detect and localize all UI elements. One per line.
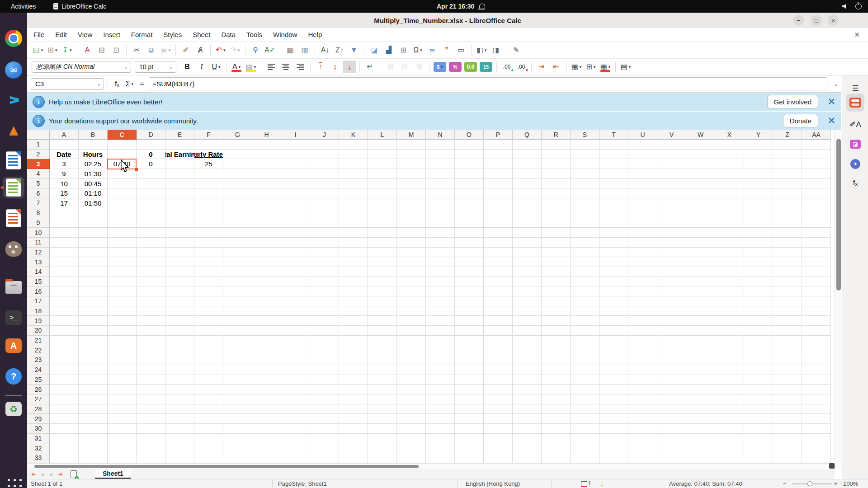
cell-h9[interactable]	[252, 218, 281, 228]
cell-k26[interactable]	[339, 385, 368, 394]
cell-d9[interactable]	[137, 218, 165, 228]
cell-b8[interactable]	[79, 208, 108, 218]
cell-e6[interactable]	[165, 188, 194, 198]
cell-h25[interactable]	[252, 375, 281, 385]
export-pdf-icon[interactable]: A	[80, 44, 94, 56]
cell-z22[interactable]	[773, 345, 802, 355]
cell-q11[interactable]	[513, 238, 542, 248]
cell-e13[interactable]	[165, 257, 194, 267]
align-right-icon[interactable]	[293, 61, 307, 73]
cell-v12[interactable]	[657, 248, 686, 258]
cell-l32[interactable]	[368, 443, 397, 453]
cell-m7[interactable]	[397, 198, 426, 208]
cell-r20[interactable]	[542, 326, 571, 336]
row-header-28[interactable]: 28	[27, 404, 50, 414]
cell-f18[interactable]	[194, 306, 223, 316]
cell-f30[interactable]	[194, 424, 223, 434]
cell-h5[interactable]	[252, 179, 281, 189]
cell-a18[interactable]	[50, 306, 79, 316]
function-wizard-button[interactable]: fₓ	[115, 80, 119, 88]
cell-u12[interactable]	[628, 248, 657, 258]
cell-aa6[interactable]	[802, 188, 831, 198]
cell-u23[interactable]	[628, 355, 657, 365]
cell-f31[interactable]	[194, 434, 223, 444]
cell-i11[interactable]	[281, 238, 310, 248]
cell-j19[interactable]	[310, 316, 339, 326]
cell-s18[interactable]	[571, 306, 599, 316]
cell-u26[interactable]	[628, 385, 657, 394]
cell-o21[interactable]	[455, 336, 484, 346]
row-header-21[interactable]: 21	[27, 336, 50, 346]
cell-b32[interactable]	[79, 443, 108, 453]
insert-chart-icon[interactable]: ▟	[382, 44, 396, 56]
cell-aa27[interactable]	[802, 394, 831, 404]
cell-d2[interactable]: 0	[137, 150, 165, 160]
cell-i9[interactable]	[281, 218, 310, 228]
cell-k2[interactable]	[339, 150, 368, 160]
cell-z23[interactable]	[773, 355, 802, 365]
sidebar-styles-deck[interactable]: ✐A	[846, 115, 864, 133]
cell-y11[interactable]	[744, 238, 773, 248]
close-document-icon[interactable]: ✕	[854, 31, 860, 39]
cell-b1[interactable]	[79, 140, 108, 150]
cell-k18[interactable]	[339, 306, 368, 316]
cell-j25[interactable]	[310, 375, 339, 385]
cell-w33[interactable]	[686, 453, 715, 463]
cell-u33[interactable]	[628, 453, 657, 463]
cell-u18[interactable]	[628, 306, 657, 316]
cell-g16[interactable]	[223, 286, 252, 296]
cell-v16[interactable]	[657, 286, 686, 296]
cell-u3[interactable]	[628, 159, 657, 169]
row-header-15[interactable]: 15	[27, 277, 50, 287]
cell-d12[interactable]	[137, 248, 165, 258]
cell-w29[interactable]	[686, 414, 715, 424]
cell-g10[interactable]	[223, 228, 252, 238]
cell-n22[interactable]	[426, 345, 455, 355]
cell-f4[interactable]	[194, 169, 223, 179]
cell-g28[interactable]	[223, 404, 252, 414]
cell-n26[interactable]	[426, 385, 455, 394]
cell-t21[interactable]	[599, 336, 628, 346]
cell-n10[interactable]	[426, 228, 455, 238]
cell-b24[interactable]	[79, 365, 108, 375]
cell-e21[interactable]	[165, 336, 194, 346]
row-header-32[interactable]: 32	[27, 443, 50, 453]
cell-g5[interactable]	[223, 179, 252, 189]
cell-f22[interactable]	[194, 345, 223, 355]
cell-q9[interactable]	[513, 218, 542, 228]
column-header-s[interactable]: S	[571, 130, 599, 140]
cell-x2[interactable]	[715, 150, 744, 160]
cell-z26[interactable]	[773, 385, 802, 394]
cell-u5[interactable]	[628, 179, 657, 189]
cell-s14[interactable]	[571, 267, 599, 277]
cell-q22[interactable]	[513, 345, 542, 355]
cell-f24[interactable]	[194, 365, 223, 375]
cell-f21[interactable]	[194, 336, 223, 346]
cell-aa18[interactable]	[802, 306, 831, 316]
cell-d8[interactable]	[137, 208, 165, 218]
cell-v30[interactable]	[657, 424, 686, 434]
cell-e27[interactable]	[165, 394, 194, 404]
cell-d33[interactable]	[137, 453, 165, 463]
cell-v13[interactable]	[657, 257, 686, 267]
cell-d21[interactable]	[137, 336, 165, 346]
cell-t22[interactable]	[599, 345, 628, 355]
cell-b23[interactable]	[79, 355, 108, 365]
cell-e14[interactable]	[165, 267, 194, 277]
cell-r27[interactable]	[542, 394, 571, 404]
cell-g1[interactable]	[223, 140, 252, 150]
cell-d30[interactable]	[137, 424, 165, 434]
dock-item-libreoffice-impress[interactable]	[5, 210, 22, 227]
cell-p29[interactable]	[484, 414, 513, 424]
cell-s21[interactable]	[571, 336, 599, 346]
cell-j17[interactable]	[310, 296, 339, 306]
cell-u21[interactable]	[628, 336, 657, 346]
cell-s30[interactable]	[571, 424, 599, 434]
cell-d25[interactable]	[137, 375, 165, 385]
vertical-scrollbar-thumb[interactable]	[836, 139, 841, 291]
cell-b20[interactable]	[79, 326, 108, 336]
cell-b9[interactable]	[79, 218, 108, 228]
cell-e24[interactable]	[165, 365, 194, 375]
cell-a33[interactable]	[50, 453, 79, 463]
cell-v1[interactable]	[657, 140, 686, 150]
